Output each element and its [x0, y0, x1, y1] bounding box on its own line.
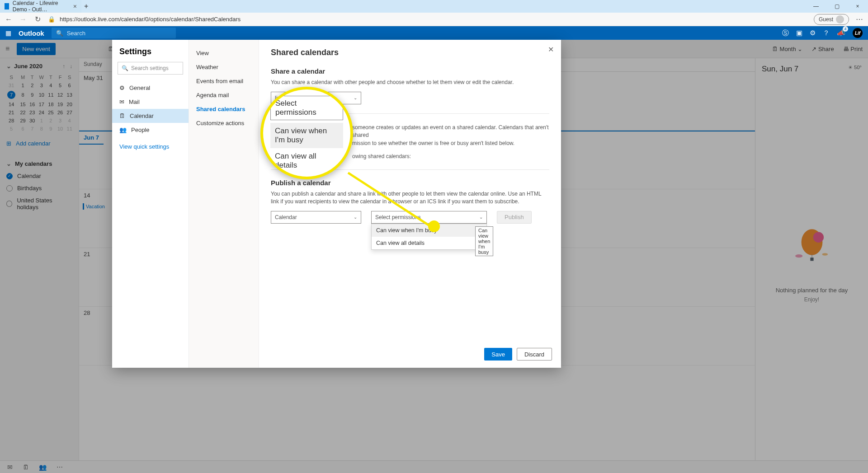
- forward-button: →: [19, 15, 27, 23]
- tooltip: Can view when I'm busy: [475, 226, 493, 256]
- outlook-icon[interactable]: ▣: [796, 29, 802, 37]
- settings-cat-calendar[interactable]: 🗓Calendar: [112, 109, 189, 123]
- chevron-down-icon: ⌄: [354, 95, 357, 100]
- tab-close-icon[interactable]: ×: [73, 3, 77, 10]
- browser-tab[interactable]: Calendar - Lifewire Demo - Outl… ×: [0, 0, 81, 13]
- save-button[interactable]: Save: [484, 348, 512, 361]
- gear-icon: ⚙: [119, 84, 125, 91]
- mail-icon: ✉: [119, 98, 124, 105]
- view-quick-settings-link[interactable]: View quick settings: [112, 137, 189, 156]
- settings-gear-icon[interactable]: ⚙: [810, 29, 816, 37]
- window-restore-button[interactable]: ▢: [826, 0, 847, 13]
- publish-permissions-dropdown[interactable]: Select permissions⌄: [371, 211, 487, 224]
- subtab-events-from-email[interactable]: Events from email: [189, 74, 259, 88]
- people-icon: 👥: [119, 126, 127, 133]
- suite-header: ▦ Outlook 🔍 Search Ⓢ ▣ ⚙ ？ 📣4 Lif: [0, 26, 868, 40]
- lens-pointer-dot: [428, 220, 440, 232]
- subtab-agenda-mail[interactable]: Agenda mail: [189, 88, 259, 102]
- settings-search-input[interactable]: 🔍Search settings: [118, 62, 183, 75]
- subtab-shared-calendars[interactable]: Shared calendars: [189, 102, 259, 116]
- zoom-lens: Select permissions Can view when I'm bus…: [260, 87, 353, 179]
- browser-menu-button[interactable]: ⋯: [855, 15, 863, 23]
- url-text: https://outlook.live.com/calendar/0/opti…: [60, 16, 241, 23]
- avatar-icon: [836, 15, 844, 23]
- perm-option-details[interactable]: Can view all details: [372, 237, 486, 249]
- close-icon[interactable]: ✕: [548, 45, 554, 54]
- discard-button[interactable]: Discard: [517, 348, 552, 361]
- publish-section-title: Publish a calendar: [271, 179, 549, 187]
- publish-section-desc: You can publish a calendar and share a l…: [271, 190, 549, 206]
- back-button[interactable]: ←: [5, 15, 13, 23]
- url-field[interactable]: 🔒 https://outlook.live.com/calendar/0/op…: [48, 16, 807, 23]
- browser-address-bar: ← → ↻ 🔒 https://outlook.live.com/calenda…: [0, 13, 868, 26]
- profile-label: Guest: [819, 16, 833, 23]
- search-icon: 🔍: [56, 30, 63, 37]
- subtab-view[interactable]: View: [189, 46, 259, 60]
- lens-opt-details: Can view all details: [270, 148, 343, 173]
- settings-cat-mail[interactable]: ✉Mail: [112, 95, 189, 109]
- search-icon: 🔍: [122, 65, 128, 71]
- browser-titlebar: Calendar - Lifewire Demo - Outl… × + — ▢…: [0, 0, 868, 13]
- notifications-icon[interactable]: 📣4: [837, 29, 845, 37]
- settings-modal: Settings 🔍Search settings ⚙General ✉Mail…: [112, 40, 561, 368]
- app-launcher-icon[interactable]: ▦: [5, 29, 11, 37]
- publish-calendar-dropdown[interactable]: Calendar⌄: [271, 211, 361, 224]
- lens-opt-busy: Can view when I'm busy: [270, 123, 343, 148]
- notification-badge: 4: [843, 26, 848, 32]
- tab-favicon: [5, 3, 9, 9]
- lock-icon: 🔒: [48, 16, 55, 23]
- subtab-weather[interactable]: Weather: [189, 60, 259, 74]
- search-placeholder: Search: [67, 30, 85, 37]
- settings-cat-people[interactable]: 👥People: [112, 123, 189, 137]
- subtab-customize-actions[interactable]: Customize actions: [189, 116, 259, 130]
- chevron-down-icon: ⌄: [354, 215, 357, 220]
- user-avatar[interactable]: Lif: [853, 28, 863, 38]
- share-section-title: Share a calendar: [271, 67, 549, 75]
- window-minimize-button[interactable]: —: [806, 0, 826, 13]
- brand-label[interactable]: Outlook: [19, 29, 44, 37]
- skype-icon[interactable]: Ⓢ: [782, 29, 789, 37]
- profile-button[interactable]: Guest: [814, 14, 849, 25]
- lens-select-permissions: Select permissions: [270, 96, 343, 120]
- share-section-desc: You can share a calendar with other peop…: [271, 79, 549, 86]
- settings-cat-general[interactable]: ⚙General: [112, 81, 189, 95]
- publish-button: Publish: [497, 211, 532, 224]
- settings-title: Settings: [112, 47, 189, 62]
- refresh-button[interactable]: ↻: [33, 15, 42, 23]
- new-tab-button[interactable]: +: [84, 2, 88, 10]
- calendar-icon: 🗓: [119, 112, 125, 119]
- detail-title: Shared calendars: [271, 48, 549, 57]
- help-icon[interactable]: ？: [823, 29, 830, 37]
- search-input[interactable]: 🔍 Search: [52, 28, 176, 38]
- tab-title: Calendar - Lifewire Demo - Outl…: [13, 0, 70, 13]
- window-close-button[interactable]: ×: [847, 0, 868, 13]
- chevron-down-icon: ⌄: [479, 215, 483, 220]
